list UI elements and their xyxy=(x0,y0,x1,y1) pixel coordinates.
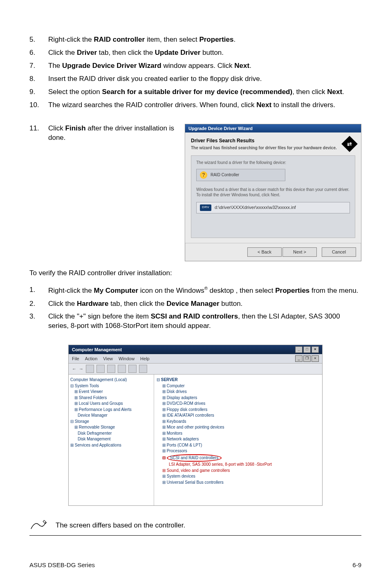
note-text: The screen differs based on the controll… xyxy=(56,521,185,530)
toolbar-back-arrow[interactable]: ← xyxy=(72,366,76,372)
footer-right: 6-9 xyxy=(352,561,361,569)
step-num: 5. xyxy=(29,35,48,45)
minimize-icon[interactable]: _ xyxy=(295,346,303,353)
scsi-raid-node: ⊟ SCSI and RAID controllers xyxy=(157,454,320,462)
wizard-driver-path: DRV d:\driver\XXXXdriver\xxxxx\w32\xxxxx… xyxy=(196,202,350,213)
verify-step-2: 2. Click the Hardware tab, then click th… xyxy=(29,299,361,309)
toolbar-btn[interactable] xyxy=(139,365,147,373)
install-steps-11: 11. Click Finish after the driver instal… xyxy=(29,124,175,143)
note-row: The screen differs based on the controll… xyxy=(29,518,361,536)
step-9: 9. Select the option Search for a suitab… xyxy=(29,88,361,97)
footer-left: ASUS DSEB-DG Series xyxy=(29,561,95,569)
mgr-toolbar: ← → xyxy=(69,364,322,375)
wizard-titlebar: Upgrade Device Driver Wizard xyxy=(185,124,361,133)
toolbar-btn[interactable] xyxy=(128,365,137,373)
mgr-left-tree[interactable]: Computer Management (Local) ⊟ System Too… xyxy=(69,375,154,505)
wizard-found-text: Windows found a driver that is a closer … xyxy=(196,187,350,198)
step-10: 10. The wizard searches the RAID control… xyxy=(29,101,361,110)
toolbar-btn[interactable] xyxy=(96,365,105,373)
back-button[interactable]: < Back xyxy=(247,247,282,257)
page-footer: ASUS DSEB-DG Series 6-9 xyxy=(29,561,361,569)
menu-view[interactable]: View xyxy=(103,356,113,362)
step-7: 7. The Upgrade Device Driver Wizard wind… xyxy=(29,61,361,71)
mgr-titlebar: Computer Management _ □ × xyxy=(69,345,322,354)
wizard-diamond-icon: ⇄ xyxy=(341,136,358,153)
computer-management-window: Computer Management _ □ × File Action Vi… xyxy=(68,345,323,506)
menu-file[interactable]: File xyxy=(72,356,79,362)
maximize-icon[interactable]: □ xyxy=(303,346,311,353)
step-11: 11. Click Finish after the driver instal… xyxy=(29,124,175,143)
verify-steps: 1. Right-click the My Computer icon on t… xyxy=(29,285,361,331)
step-5: 5. Right-click the RAID controller item,… xyxy=(29,35,361,45)
close-icon[interactable]: × xyxy=(312,346,319,353)
toolbar-btn[interactable] xyxy=(118,365,126,373)
note-pencil-icon xyxy=(29,519,47,532)
next-button[interactable]: Next > xyxy=(282,247,317,257)
menu-help[interactable]: Help xyxy=(140,356,150,362)
wizard-subtext: The wizard has finished searching for dr… xyxy=(191,145,337,151)
wizard-inset: The wizard found a driver for the follow… xyxy=(191,155,355,238)
child-restore-icon[interactable]: ❐ xyxy=(303,355,311,362)
step-body: Right-click the RAID controller item, th… xyxy=(48,35,361,45)
toolbar-fwd-arrow[interactable]: → xyxy=(79,366,83,372)
menu-window[interactable]: Window xyxy=(119,356,134,362)
wizard-heading: Driver Files Search Results The wizard h… xyxy=(191,137,355,150)
driver-icon: DRV xyxy=(200,204,211,211)
wizard-buttons: < Back Next > Cancel xyxy=(185,243,361,261)
mgr-menubar: File Action View Window Help _ ❐ × xyxy=(69,354,322,364)
verify-header: To verify the RAID controller driver ins… xyxy=(29,269,361,278)
wizard-window: Upgrade Device Driver Wizard Driver File… xyxy=(185,124,361,261)
step-6: 6. Click the Driver tab, then click the … xyxy=(29,48,361,58)
scsi-raid-child: LSI Adapter, SAS 3000 series, 8-port wit… xyxy=(157,462,320,468)
mgr-right-tree[interactable]: ⊟ SERVER ⊞ Computer ⊞ Disk drives ⊞ Disp… xyxy=(154,375,322,505)
child-minimize-icon[interactable]: _ xyxy=(295,355,303,362)
question-icon: ? xyxy=(200,171,207,179)
menu-action[interactable]: Action xyxy=(85,356,98,362)
toolbar-btn[interactable] xyxy=(86,365,94,373)
step-8: 8. Insert the RAID driver disk you creat… xyxy=(29,74,361,84)
wizard-device-chip: ? RAID Controller xyxy=(196,169,285,181)
verify-step-1: 1. Right-click the My Computer icon on t… xyxy=(29,285,361,296)
install-steps: 5. Right-click the RAID controller item,… xyxy=(29,35,361,110)
toolbar-btn[interactable] xyxy=(107,365,115,373)
cancel-button[interactable]: Cancel xyxy=(322,247,356,257)
verify-step-3: 3. Click the "+" sign before the item SC… xyxy=(29,312,361,331)
child-close-icon[interactable]: × xyxy=(312,355,319,362)
